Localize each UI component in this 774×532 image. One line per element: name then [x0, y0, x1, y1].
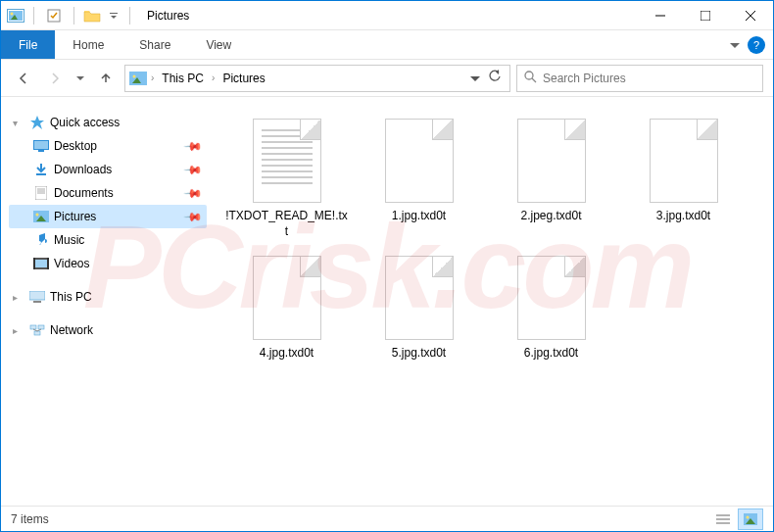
file-item[interactable]: 4.jpg.txd0t [220, 248, 353, 385]
ribbon-expand-icon[interactable] [730, 36, 740, 54]
breadcrumb-this-pc[interactable]: This PC [158, 70, 208, 87]
sidebar-this-pc[interactable]: ▸ This PC [9, 285, 207, 309]
file-name: 5.jpg.txd0t [392, 346, 446, 362]
qat-properties-button[interactable] [43, 5, 65, 26]
breadcrumb-pictures[interactable]: Pictures [218, 70, 268, 87]
text-file-icon [253, 119, 321, 203]
file-item[interactable]: 5.jpg.txd0t [353, 248, 485, 385]
tab-share[interactable]: Share [121, 30, 188, 59]
sidebar-item-pictures[interactable]: Pictures 📌 [9, 205, 207, 228]
sidebar-item-desktop[interactable]: Desktop 📌 [9, 134, 207, 158]
pin-icon: 📌 [183, 207, 204, 227]
status-bar: 7 items [1, 506, 773, 531]
sidebar-item-label: Quick access [50, 116, 120, 129]
maximize-button[interactable] [683, 1, 728, 30]
qat-dropdown[interactable] [107, 5, 121, 26]
file-item[interactable]: !TXDOT_READ_ME!.txt [220, 111, 353, 248]
window-title: Pictures [147, 9, 189, 23]
file-list[interactable]: !TXDOT_READ_ME!.txt1.jpg.txd0t2.jpeg.txd… [215, 97, 773, 506]
refresh-icon[interactable] [488, 70, 502, 87]
chevron-right-icon[interactable]: › [151, 73, 154, 83]
title-bar: Pictures [1, 1, 773, 30]
svg-point-19 [525, 72, 533, 79]
sidebar-item-label: Downloads [54, 163, 112, 176]
pictures-icon [32, 209, 50, 224]
sidebar-item-label: Music [54, 233, 84, 247]
address-dropdown-icon[interactable] [470, 70, 480, 87]
main-area: ▾ Quick access Desktop 📌 Downloads 📌 Doc… [1, 97, 773, 506]
details-view-button[interactable] [710, 508, 736, 530]
search-input[interactable] [543, 72, 756, 85]
sidebar-item-label: Videos [54, 257, 89, 270]
svg-rect-9 [701, 11, 710, 21]
blank-file-icon [253, 256, 321, 340]
documents-icon [32, 185, 50, 201]
svg-rect-37 [29, 291, 45, 300]
file-item[interactable]: 3.jpg.txd0t [617, 111, 750, 248]
svg-marker-21 [30, 116, 44, 129]
svg-marker-7 [111, 16, 117, 19]
blank-file-icon [385, 256, 454, 340]
item-count: 7 items [11, 512, 49, 526]
sidebar-quick-access[interactable]: ▾ Quick access [9, 111, 207, 134]
search-box[interactable] [516, 65, 763, 92]
svg-marker-17 [470, 76, 480, 81]
forward-button[interactable] [42, 66, 68, 91]
file-name: !TXDOT_READ_ME!.txt [224, 209, 349, 239]
sidebar-network[interactable]: ▸ Network [9, 318, 207, 342]
sidebar-item-documents[interactable]: Documents 📌 [9, 181, 207, 205]
sidebar-item-videos[interactable]: Videos [9, 252, 207, 275]
blank-file-icon [517, 256, 586, 340]
file-name: 1.jpg.txd0t [392, 209, 446, 224]
svg-point-15 [133, 74, 136, 77]
navigation-pane: ▾ Quick access Desktop 📌 Downloads 📌 Doc… [1, 97, 215, 506]
thumbnails-view-button[interactable] [738, 508, 763, 530]
svg-rect-6 [110, 13, 118, 14]
chevron-right-icon[interactable]: › [212, 73, 215, 83]
svg-point-3 [11, 12, 14, 15]
tab-view[interactable]: View [188, 30, 249, 59]
close-button[interactable] [728, 1, 773, 30]
chevron-right-icon: ▸ [13, 325, 24, 336]
blank-file-icon [385, 119, 454, 203]
sidebar-item-label: Desktop [54, 139, 97, 153]
sidebar-item-downloads[interactable]: Downloads 📌 [9, 158, 207, 181]
back-button[interactable] [11, 66, 36, 91]
folder-icon [83, 7, 101, 24]
help-icon[interactable]: ? [748, 36, 765, 54]
minimize-button[interactable] [638, 1, 683, 30]
svg-rect-38 [33, 301, 41, 303]
file-item[interactable]: 1.jpg.txd0t [353, 111, 485, 248]
svg-rect-35 [33, 258, 35, 269]
svg-rect-40 [38, 325, 44, 329]
svg-rect-25 [36, 173, 46, 175]
file-item[interactable]: 6.jpg.txd0t [485, 248, 617, 385]
chevron-right-icon: ▸ [13, 292, 24, 303]
quick-access-icon [28, 115, 46, 130]
file-name: 3.jpg.txd0t [656, 209, 710, 224]
svg-rect-36 [47, 258, 49, 269]
tab-home[interactable]: Home [55, 30, 121, 59]
app-icon [7, 7, 24, 24]
blank-file-icon [650, 119, 718, 203]
sidebar-item-label: Documents [54, 186, 114, 200]
file-name: 4.jpg.txd0t [260, 346, 314, 362]
svg-rect-39 [30, 325, 36, 329]
svg-marker-13 [76, 76, 84, 80]
file-item[interactable]: 2.jpeg.txd0t [485, 111, 617, 248]
file-tab[interactable]: File [1, 30, 55, 59]
sidebar-item-label: This PC [50, 290, 92, 304]
address-bar[interactable]: › This PC › Pictures [124, 65, 510, 92]
this-pc-icon [28, 289, 46, 305]
pin-icon: 📌 [183, 160, 204, 180]
location-pictures-icon [129, 72, 147, 85]
up-button[interactable] [93, 66, 119, 91]
svg-point-48 [747, 515, 750, 518]
sidebar-item-label: Network [50, 323, 93, 337]
recent-dropdown[interactable] [73, 66, 87, 91]
sidebar-item-music[interactable]: Music [9, 228, 207, 252]
sidebar-item-label: Pictures [54, 210, 96, 223]
pin-icon: 📌 [183, 136, 204, 157]
navigation-bar: › This PC › Pictures [1, 60, 773, 97]
svg-point-31 [36, 214, 39, 217]
